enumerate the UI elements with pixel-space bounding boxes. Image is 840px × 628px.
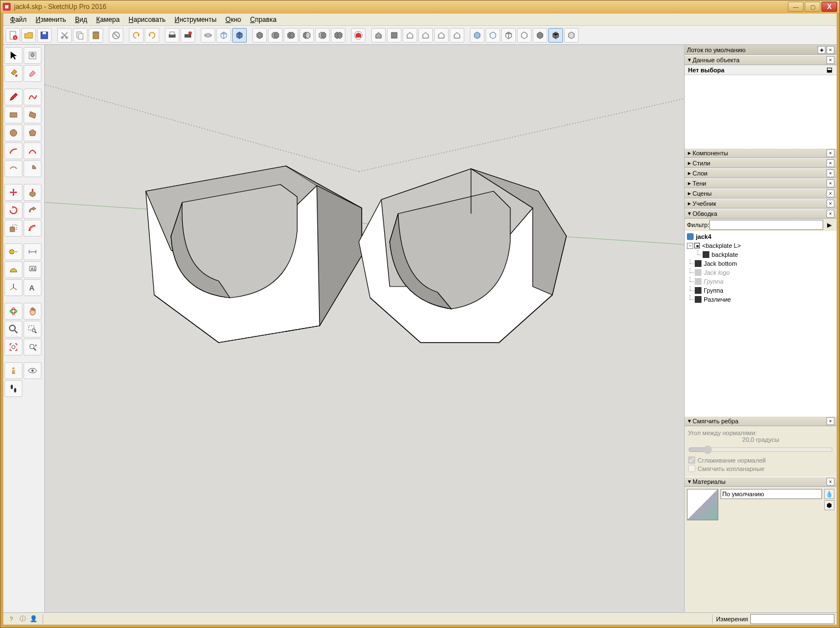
outliner-filter-input[interactable] <box>709 220 823 230</box>
section-materials-header[interactable]: ▼Материалы× <box>685 477 837 487</box>
tree-toggle[interactable]: − <box>687 243 693 249</box>
print-button[interactable] <box>165 28 179 43</box>
minimize-button[interactable]: — <box>788 2 804 12</box>
outliner-tree[interactable]: jack4 −<backplate L> backplate Jack bott… <box>685 231 837 416</box>
menu-view[interactable]: Вид <box>71 15 92 25</box>
shaded-button[interactable] <box>232 28 247 43</box>
menu-edit[interactable]: Изменить <box>31 15 71 25</box>
make-component-tool[interactable] <box>24 47 41 64</box>
measurements-input[interactable] <box>750 614 834 624</box>
arc-tool[interactable] <box>4 142 22 159</box>
pan-tool[interactable] <box>24 303 41 320</box>
orbit-tool[interactable] <box>4 303 22 320</box>
open-button[interactable] <box>21 28 36 43</box>
paint-tool[interactable] <box>4 65 22 82</box>
section-scenes-close[interactable]: × <box>827 190 834 197</box>
dimension-tool[interactable] <box>24 243 41 260</box>
style-6[interactable] <box>548 28 563 43</box>
material-sample-button[interactable]: 💧 <box>824 489 834 499</box>
style-7[interactable] <box>564 28 579 43</box>
rotate-tool[interactable] <box>4 202 22 219</box>
followme-tool[interactable] <box>24 202 41 219</box>
offset-tool[interactable] <box>24 220 41 237</box>
solid-1[interactable] <box>252 28 267 43</box>
section-instructor[interactable]: ►Учебник× <box>685 198 837 209</box>
section-shadows-close[interactable]: × <box>827 179 834 187</box>
section-scenes[interactable]: ►Сцены× <box>685 188 837 198</box>
user-icon[interactable]: 👤 <box>28 614 39 624</box>
tree-item-label[interactable]: Jack logo <box>704 269 730 276</box>
menu-tools[interactable]: Инструменты <box>170 15 221 25</box>
material-name-input[interactable] <box>721 489 822 499</box>
view-front[interactable] <box>403 28 417 43</box>
pushpull-tool[interactable] <box>24 184 41 201</box>
eraser-tool[interactable] <box>24 65 41 82</box>
help-icon[interactable]: ? <box>6 614 17 624</box>
section-components[interactable]: ►Компоненты× <box>685 148 837 158</box>
cut-button[interactable] <box>57 28 72 43</box>
text-tool[interactable]: A1 <box>24 261 41 278</box>
section-outliner-header[interactable]: ▼Обводка× <box>685 209 837 219</box>
style-5[interactable] <box>533 28 547 43</box>
material-swatch[interactable] <box>687 489 718 520</box>
model-info-button[interactable] <box>181 28 195 43</box>
section-outliner-close[interactable]: × <box>827 210 834 218</box>
rotated-rect-tool[interactable] <box>24 107 41 123</box>
section-soften-close[interactable]: × <box>827 417 834 425</box>
tree-item-label[interactable]: Группа <box>704 287 723 294</box>
menu-camera[interactable]: Камера <box>91 15 124 25</box>
section-styles[interactable]: ►Стили× <box>685 158 837 168</box>
polygon-tool[interactable] <box>24 124 41 141</box>
orbit-toggle[interactable] <box>201 28 215 43</box>
new-button[interactable]: + <box>6 28 20 43</box>
menu-draw[interactable]: Нарисовать <box>124 15 170 25</box>
view-iso[interactable] <box>371 28 386 43</box>
view-top[interactable] <box>387 28 401 43</box>
close-button[interactable]: X <box>821 2 837 12</box>
paste-button[interactable] <box>89 28 103 43</box>
3pt-arc-tool[interactable] <box>4 160 22 177</box>
view-right[interactable] <box>418 28 433 43</box>
save-button[interactable] <box>37 28 52 43</box>
solid-3[interactable] <box>284 28 298 43</box>
solid-5[interactable] <box>315 28 330 43</box>
section-layers-close[interactable]: × <box>827 169 834 177</box>
material-create-button[interactable]: ⬢ <box>824 500 834 510</box>
section-styles-close[interactable]: × <box>827 159 834 167</box>
tree-item-label[interactable]: Jack bottom <box>704 260 737 267</box>
line-tool[interactable] <box>4 89 22 105</box>
previous-view-tool[interactable] <box>24 339 41 355</box>
walk-tool[interactable] <box>4 380 22 397</box>
section-shadows[interactable]: ►Тени× <box>685 178 837 188</box>
freehand-tool[interactable] <box>24 89 41 105</box>
solid-6[interactable] <box>331 28 345 43</box>
zoom-extents-tool[interactable] <box>4 339 22 355</box>
section-materials-close[interactable]: × <box>827 478 834 486</box>
style-4[interactable] <box>517 28 532 43</box>
copy-button[interactable] <box>73 28 87 43</box>
menu-help[interactable]: Справка <box>246 15 281 25</box>
menu-window[interactable]: Окно <box>221 15 246 25</box>
solid-4[interactable] <box>299 28 314 43</box>
tape-tool[interactable] <box>4 243 22 260</box>
position-camera-tool[interactable] <box>4 362 22 379</box>
2pt-arc-tool[interactable] <box>24 142 41 159</box>
tree-item-label[interactable]: <backplate L> <box>702 242 741 249</box>
tree-item-label[interactable]: backplate <box>712 251 738 258</box>
outliner-filter-go[interactable]: ▶ <box>824 220 834 230</box>
tray-header[interactable]: Лоток по умолчанию ◈ × <box>685 45 837 55</box>
tree-item-label[interactable]: Различие <box>704 296 731 303</box>
undo-button[interactable] <box>129 28 144 43</box>
select-tool[interactable] <box>4 47 22 64</box>
scale-tool[interactable] <box>4 220 22 237</box>
tray-pin-button[interactable]: ◈ <box>818 46 825 54</box>
section-layers[interactable]: ►Слои× <box>685 168 837 178</box>
rectangle-tool[interactable] <box>4 107 22 123</box>
titlebar[interactable]: jack4.skp - SketchUp Pro 2016 — ▢ X <box>1 1 839 13</box>
erase-button[interactable] <box>109 28 123 43</box>
warehouse-button[interactable] <box>351 28 366 43</box>
circle-tool[interactable] <box>4 124 22 141</box>
section-entity-header[interactable]: ▼Данные объекта× <box>685 55 837 65</box>
viewport-3d[interactable] <box>45 45 684 612</box>
menu-file[interactable]: Файл <box>6 15 31 25</box>
